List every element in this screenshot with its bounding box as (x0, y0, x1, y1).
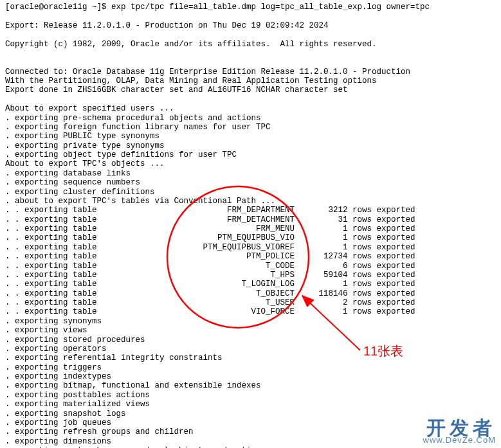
pre-export-line: . exporting cluster definitions (5, 188, 496, 197)
post-export-line: . exporting bitmap, functional and exten… (5, 381, 496, 390)
copyright-line: Copyright (c) 1982, 2009, Oracle and/or … (5, 40, 496, 49)
post-export-line: . exporting indextypes (5, 372, 496, 381)
pre-export-line: . exporting PUBLIC type synonyms (5, 132, 496, 141)
post-export-line: . exporting triggers (5, 363, 496, 372)
post-export-line: . exporting referential integrity constr… (5, 354, 496, 363)
export-release: Export: Release 11.2.0.1.0 - Production … (5, 21, 496, 30)
table-export-row: . . exporting table T_OBJECT 118146 rows… (5, 289, 496, 298)
connected-line: Connected to: Oracle Database 11g Enterp… (5, 67, 496, 76)
post-export-line: . exporting materialized views (5, 400, 496, 409)
pre-export-line: . exporting database links (5, 169, 496, 178)
post-export-line: . exporting stored procedures (5, 336, 496, 345)
charset-line: Export done in ZHS16GBK character set an… (5, 85, 496, 94)
pre-export-line: . about to export TPC's tables via Conve… (5, 197, 496, 206)
options-line: With the Partitioning, OLAP, Data Mining… (5, 76, 496, 85)
post-export-line: . exporting refresh groups and children (5, 427, 496, 436)
watermark-line2: www.DevZe.CoM (423, 436, 496, 444)
pre-export-line: . exporting foreign function library nam… (5, 123, 496, 132)
post-export-line: . exporting synonyms (5, 317, 496, 326)
blank-line (5, 95, 496, 104)
blank-line (5, 12, 496, 21)
table-export-row: . . exporting table FRM_MENU 1 rows expo… (5, 224, 496, 233)
pre-export-line: . exporting object type definitions for … (5, 150, 496, 159)
table-export-row: . . exporting table PTM_POLICE 12734 row… (5, 252, 496, 261)
watermark: 开发者 www.DevZe.CoM (423, 419, 496, 444)
blank-line (5, 49, 496, 58)
table-export-row: . . exporting table FRM_DETACHMENT 31 ro… (5, 215, 496, 224)
annotation-text: 11张表 (363, 344, 403, 359)
pre-export-line: About to export TPC's objects ... (5, 159, 496, 168)
blank-line (5, 58, 496, 67)
pre-export-line: . exporting private type synonyms (5, 141, 496, 150)
watermark-line1: 开发者 (423, 419, 496, 436)
blank-line (5, 30, 496, 39)
post-export-line: . exporting snapshot logs (5, 409, 496, 418)
table-export-row: . . exporting table PTM_EQUIPBUS_VIOREF … (5, 243, 496, 252)
pre-export-line: About to export specified users ... (5, 104, 496, 113)
terminal-output: [oracle@oracle11g ~]$ exp tpc/tpc file=a… (5, 3, 496, 448)
post-export-line: . exporting operators (5, 345, 496, 354)
table-export-row: . . exporting table T_HPS 59104 rows exp… (5, 271, 496, 280)
table-export-row: . . exporting table T_CODE 6 rows export… (5, 262, 496, 271)
table-export-row: . . exporting table PTM_EQUIPBUS_VIO 1 r… (5, 233, 496, 242)
post-export-line: . exporting dimensions (5, 437, 496, 446)
table-export-row: . . exporting table T_USER 2 rows export… (5, 298, 496, 307)
pre-export-line: . exporting sequence numbers (5, 178, 496, 187)
table-export-row: . . exporting table T_LOGIN_LOG 1 rows e… (5, 280, 496, 289)
command-line: [oracle@oracle11g ~]$ exp tpc/tpc file=a… (5, 3, 496, 12)
table-export-row: . . exporting table VIO_FORCE 1 rows exp… (5, 307, 496, 316)
post-export-line: . exporting views (5, 326, 496, 335)
pre-export-line: . exporting pre-schema procedural object… (5, 114, 496, 123)
post-export-line: . exporting job queues (5, 418, 496, 427)
table-export-row: . . exporting table FRM_DEPARTMENT 3212 … (5, 206, 496, 215)
post-export-line: . exporting posttables actions (5, 391, 496, 400)
